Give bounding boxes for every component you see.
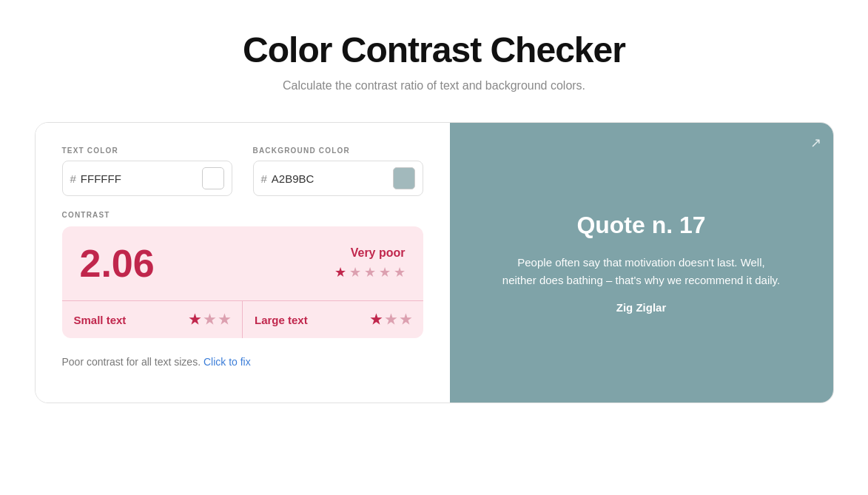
text-color-hash: # xyxy=(70,172,76,185)
small-text-stars: ★ ★ ★ xyxy=(189,312,230,328)
quote-body: People often say that motivation doesn't… xyxy=(501,254,782,289)
quote-author: Zig Ziglar xyxy=(616,301,667,314)
large-text-stars: ★ ★ ★ xyxy=(370,312,411,328)
small-text-label: Small text xyxy=(74,314,127,326)
small-text-cell: Small text ★ ★ ★ xyxy=(62,301,243,338)
bg-color-input-row: # xyxy=(253,161,423,196)
text-color-group: TEXT COLOR # xyxy=(62,147,232,196)
bg-color-input[interactable] xyxy=(272,172,388,185)
rating-text: Very poor xyxy=(351,246,406,260)
click-to-fix-link[interactable]: Click to fix xyxy=(203,356,251,368)
quote-title: Quote n. 17 xyxy=(576,212,705,239)
bg-color-swatch[interactable] xyxy=(393,167,415,189)
star-2: ★ xyxy=(349,264,361,280)
contrast-card: 2.06 Very poor ★ ★ ★ ★ ★ Sma xyxy=(62,226,423,338)
text-color-swatch[interactable] xyxy=(202,167,224,189)
contrast-section: CONTRAST 2.06 Very poor ★ ★ ★ ★ ★ xyxy=(62,211,423,338)
text-color-input[interactable] xyxy=(81,172,198,185)
small-star-1: ★ xyxy=(189,312,201,328)
star-1: ★ xyxy=(334,264,346,280)
text-size-row: Small text ★ ★ ★ Large text ★ ★ ★ xyxy=(62,300,423,338)
large-star-1: ★ xyxy=(370,312,382,328)
main-card: TEXT COLOR # BACKGROUND COLOR # CONTRAST xyxy=(35,122,834,403)
large-star-3: ★ xyxy=(400,312,411,328)
contrast-section-label: CONTRAST xyxy=(62,211,423,219)
overall-stars: ★ ★ ★ ★ ★ xyxy=(334,264,406,280)
text-color-input-row: # xyxy=(62,161,232,196)
small-star-2: ★ xyxy=(203,312,215,328)
right-panel: ↗ Quote n. 17 People often say that moti… xyxy=(450,123,833,403)
bg-color-hash: # xyxy=(261,172,267,185)
expand-icon[interactable]: ↗ xyxy=(810,135,821,151)
left-panel: TEXT COLOR # BACKGROUND COLOR # CONTRAST xyxy=(36,123,450,403)
page-title: Color Contrast Checker xyxy=(243,30,625,70)
large-star-2: ★ xyxy=(385,312,397,328)
star-4: ★ xyxy=(379,264,391,280)
contrast-top: 2.06 Very poor ★ ★ ★ ★ ★ xyxy=(80,241,406,300)
footer-static-text: Poor contrast for all text sizes. xyxy=(62,356,201,368)
contrast-rating-block: Very poor ★ ★ ★ ★ ★ xyxy=(334,246,406,280)
large-text-label: Large text xyxy=(255,314,308,326)
page-subtitle: Calculate the contrast ratio of text and… xyxy=(283,79,585,92)
bg-color-label: BACKGROUND COLOR xyxy=(253,147,423,155)
large-text-cell: Large text ★ ★ ★ xyxy=(243,301,423,338)
color-inputs-row: TEXT COLOR # BACKGROUND COLOR # xyxy=(62,147,423,196)
star-3: ★ xyxy=(364,264,376,280)
text-color-label: TEXT COLOR xyxy=(62,147,232,155)
contrast-ratio: 2.06 xyxy=(80,241,155,286)
bg-color-group: BACKGROUND COLOR # xyxy=(253,147,423,196)
star-5: ★ xyxy=(394,264,406,280)
footer-note: Poor contrast for all text sizes. Click … xyxy=(62,356,423,368)
small-star-3: ★ xyxy=(218,312,230,328)
